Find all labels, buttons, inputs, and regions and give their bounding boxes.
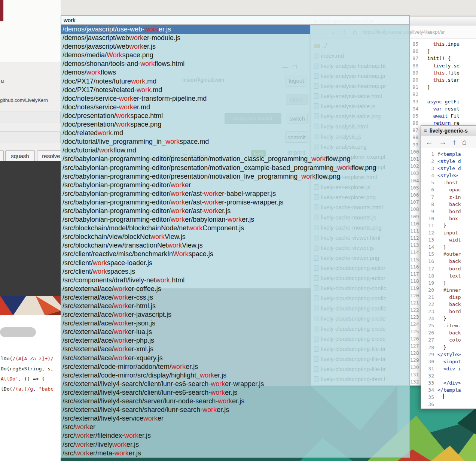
search-result-item[interactable]: /src/external/code-mirror/addon/tern/wor… bbox=[61, 363, 310, 371]
search-result-item[interactable]: /src/babylonian-programming-editor/prese… bbox=[61, 164, 310, 172]
search-result-item[interactable]: /src/external/ace/worker-xml.js bbox=[61, 345, 310, 354]
search-result-item[interactable]: /src/babylonian-programming-editor/worke… bbox=[61, 198, 310, 207]
line-number: 98 bbox=[410, 134, 421, 141]
line-number: 102 bbox=[410, 163, 421, 170]
search-result-item[interactable]: /src/external/ace/worker-lua.js bbox=[61, 328, 310, 336]
search-result-item[interactable]: /src/external/ace/worker-coffee.js bbox=[61, 285, 310, 293]
line-number: 97 bbox=[410, 127, 421, 134]
search-result-item[interactable]: /src/external/ace/worker-javascript.js bbox=[61, 310, 310, 319]
line-number: 5 bbox=[421, 179, 437, 186]
red-corner-decoration bbox=[0, 0, 3, 21]
search-result-item[interactable]: /src/external/lively4-search/client/lunr… bbox=[61, 388, 310, 397]
code-line: 31 <div i bbox=[421, 365, 476, 372]
scrollbar-thumb[interactable] bbox=[0, 327, 36, 337]
front-editor[interactable]: 1f<templa2<style d3<style d4<style>5 :ho… bbox=[421, 148, 476, 409]
line-number: 109 bbox=[410, 213, 421, 220]
search-result-item[interactable]: /src/worker/fileindex-worker.js bbox=[61, 431, 310, 440]
code-line: 17 bord bbox=[421, 265, 476, 272]
code-line: 92 bbox=[410, 91, 476, 98]
code-line: 35 bbox=[421, 394, 476, 401]
line-number: 9 bbox=[421, 208, 437, 215]
line-number: 112 bbox=[410, 234, 421, 242]
search-result-item[interactable]: /doc/PX17/notes/futurework.md bbox=[61, 77, 310, 86]
search-result-item[interactable]: /src/external/ace/worker-json.js bbox=[61, 319, 310, 328]
code-line: 90 this.star bbox=[410, 76, 476, 84]
window-title: lively-generic-s bbox=[430, 128, 468, 134]
search-result-item[interactable]: /doc/PX17/notes/related-work.md bbox=[61, 86, 310, 94]
search-result-item[interactable]: /src/babylonian-programming-editor/worke… bbox=[61, 189, 310, 198]
search-result-item[interactable]: /src/external/ace/worker-css.js bbox=[61, 293, 310, 302]
search-result-item[interactable]: /src/babylonian-programming-editor/prese… bbox=[61, 155, 310, 163]
text-cursor bbox=[443, 394, 444, 399]
code-line: 86 } bbox=[410, 48, 476, 55]
line-number: 33 bbox=[421, 379, 437, 386]
code-line: 15 #outer bbox=[421, 251, 476, 258]
search-result-item[interactable]: /src/external/lively4-search/client/lunr… bbox=[61, 380, 310, 388]
search-result-item[interactable]: /src/worker bbox=[61, 423, 310, 431]
search-result-item[interactable]: /doc/tutorial/workflow.md bbox=[61, 146, 310, 155]
search-result-item[interactable]: /src/babylonian-programming-editor/worke… bbox=[61, 181, 310, 189]
search-result-item[interactable]: /src/external/code-mirror/src/display/hi… bbox=[61, 371, 310, 380]
code-line: 33 </div> bbox=[421, 379, 476, 386]
search-result-item[interactable]: /src/external/ace/worker-php.js bbox=[61, 336, 310, 345]
search-result-item[interactable]: /doc/presentation/workspace.html bbox=[61, 112, 310, 120]
dark-editor-panel bbox=[0, 161, 61, 296]
text-field[interactable] bbox=[0, 131, 61, 143]
code-line: 27 colo bbox=[421, 336, 476, 343]
line-number: 118 bbox=[410, 277, 421, 285]
search-result-item[interactable]: /demos/media/Workspace.png bbox=[61, 51, 310, 60]
search-result-item[interactable]: /src/worker/livelyworker.js bbox=[61, 440, 310, 449]
window-titlebar[interactable]: ≡ lively-generic-s bbox=[421, 126, 476, 136]
code-line: 26 back bbox=[421, 329, 476, 336]
forward-icon[interactable]: → bbox=[439, 138, 446, 146]
search-result-item[interactable]: /demos/javascript/webworker-module.js bbox=[61, 34, 310, 42]
code-line: 3<style d bbox=[421, 165, 476, 172]
search-result-item[interactable]: /src/external/lively4-search/shared/lunr… bbox=[61, 406, 310, 414]
line-number: 16 bbox=[421, 258, 437, 265]
line-number: 87 bbox=[410, 55, 421, 62]
search-result-item[interactable]: /src/babylonian-programming-editor/prese… bbox=[61, 172, 310, 181]
search-result-item[interactable]: /src/external/ace/worker-html.js bbox=[61, 302, 310, 310]
search-result-item[interactable]: /doc/notes/service-worker.md bbox=[61, 103, 310, 112]
search-result-item[interactable]: /src/external/lively4-search/server/lunr… bbox=[61, 397, 310, 406]
search-result-item[interactable]: /src/worker/meta-worker.js bbox=[61, 449, 310, 458]
line-number: 114 bbox=[410, 249, 421, 256]
search-result-item[interactable]: /demos/javascript/use-web-worker.js bbox=[61, 25, 310, 34]
search-result-item[interactable]: /src/blockchain/model/blockchainNode/net… bbox=[61, 224, 310, 233]
search-result-item[interactable]: /src/client/workspace-loader.js bbox=[61, 259, 310, 267]
search-result-item[interactable]: /doc/tutorial/live_programming_in_worksp… bbox=[61, 137, 310, 146]
clipped-button[interactable]: f bbox=[0, 150, 4, 161]
code-line: 9 bord bbox=[421, 208, 476, 215]
search-result-item[interactable]: /src/blockchain/view/blockNetworkView.js bbox=[61, 233, 310, 241]
search-result-item[interactable]: /src/client/reactive/misc/benchmarkInWor… bbox=[61, 250, 310, 258]
search-result-item[interactable]: /doc/presentation/workspace.png bbox=[61, 120, 310, 129]
home-icon[interactable]: ⌂ bbox=[462, 138, 467, 146]
up-icon[interactable]: ↑ bbox=[452, 138, 456, 146]
code-line: 25 .item. bbox=[421, 322, 476, 329]
line-number: 99 bbox=[410, 141, 421, 148]
line-number: 101 bbox=[410, 155, 421, 163]
menu-icon[interactable]: ≡ bbox=[424, 127, 427, 134]
line-number: 25 bbox=[421, 322, 437, 329]
search-result-item[interactable]: /src/blockchain/view/transactionNetworkV… bbox=[61, 241, 310, 250]
search-result-item[interactable]: /doc/relatedwork.md bbox=[61, 129, 310, 137]
search-result-item[interactable]: /demos/shonan/tools-and-workflows.html bbox=[61, 60, 310, 68]
code-line: 2<style d bbox=[421, 158, 476, 165]
search-result-item[interactable]: /demos/workflows bbox=[61, 68, 310, 77]
back-icon[interactable]: ← bbox=[425, 138, 433, 146]
search-result-item[interactable]: /demos/javascript/webworker.js bbox=[61, 42, 310, 51]
text-field[interactable] bbox=[0, 112, 61, 123]
search-result-item[interactable]: /src/external/lively4-serviceworker bbox=[61, 414, 310, 423]
search-result-item[interactable]: /doc/notes/service-worker-transform-pipe… bbox=[61, 94, 310, 103]
search-result-item[interactable]: /src/external/ace/worker-xquery.js bbox=[61, 354, 310, 363]
line-number: 128 bbox=[410, 349, 421, 357]
search-result-item[interactable]: /src/babylonian-programming-editor/worke… bbox=[61, 207, 310, 215]
line-number: 103 bbox=[410, 170, 421, 177]
search-result-item[interactable]: /src/client/workspaces.js bbox=[61, 267, 310, 276]
left-background-panel bbox=[0, 0, 61, 62]
search-result-item[interactable]: /src/babylonian-programming-editor/worke… bbox=[61, 215, 310, 224]
squash-button[interactable]: squash bbox=[5, 150, 35, 161]
code-line: 22 back bbox=[421, 301, 476, 308]
search-result-item[interactable]: /src/components/draft/lively-network.htm… bbox=[61, 276, 310, 285]
search-input[interactable] bbox=[61, 15, 409, 25]
